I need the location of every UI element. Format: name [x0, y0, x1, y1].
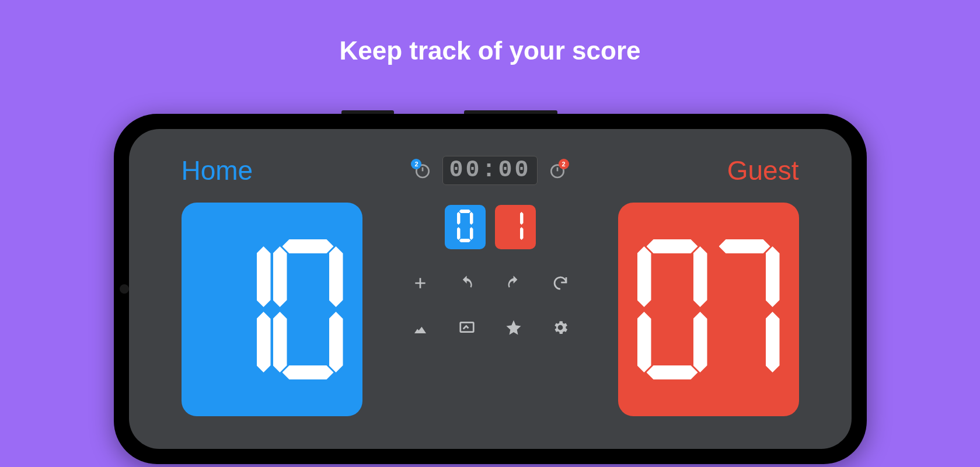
guest-score-digits [637, 239, 780, 379]
top-row: Home 2 00:00 2 Guest [152, 144, 828, 197]
home-shotclock-button[interactable]: 2 [413, 161, 432, 180]
guest-shotclock-button[interactable]: 2 [548, 161, 567, 180]
add-button[interactable] [403, 267, 438, 299]
headline: Keep track of your score [0, 36, 980, 65]
home-team-label[interactable]: Home [182, 155, 253, 186]
display-button[interactable] [449, 311, 484, 344]
center-column [380, 203, 601, 416]
guest-period-tile[interactable] [495, 205, 536, 249]
app-screen: Home 2 00:00 2 Guest [129, 129, 852, 449]
guest-score-tile[interactable] [618, 203, 799, 416]
image-button[interactable] [403, 311, 438, 344]
home-period-tile[interactable] [445, 205, 486, 249]
reset-button[interactable] [543, 267, 578, 299]
timer-group: 2 00:00 2 [413, 156, 566, 185]
home-shotclock-badge: 2 [411, 159, 421, 169]
guest-period-digit [507, 210, 524, 245]
settings-button[interactable] [543, 311, 578, 344]
phone-frame: Home 2 00:00 2 Guest [114, 114, 867, 464]
display-icon [458, 319, 476, 336]
gear-icon [552, 319, 569, 336]
redo-icon [505, 274, 522, 292]
undo-icon [458, 274, 476, 292]
home-period-digit [457, 210, 473, 245]
phone-hw-button [464, 110, 557, 114]
guest-shotclock-badge: 2 [559, 159, 569, 169]
refresh-icon [552, 274, 569, 292]
period-row [445, 205, 536, 249]
phone-camera [120, 284, 129, 294]
game-timer[interactable]: 00:00 [442, 156, 537, 185]
home-score-tile[interactable] [182, 203, 362, 416]
image-icon [411, 319, 429, 336]
plus-icon [413, 276, 428, 291]
main-row [152, 197, 828, 434]
redo-button[interactable] [496, 267, 531, 299]
phone-hw-button [341, 110, 394, 114]
undo-button[interactable] [449, 267, 484, 299]
controls-grid [403, 267, 578, 344]
star-icon [505, 319, 522, 336]
guest-team-label[interactable]: Guest [727, 155, 799, 186]
home-score-digits [201, 239, 343, 379]
favorite-button[interactable] [496, 311, 531, 344]
